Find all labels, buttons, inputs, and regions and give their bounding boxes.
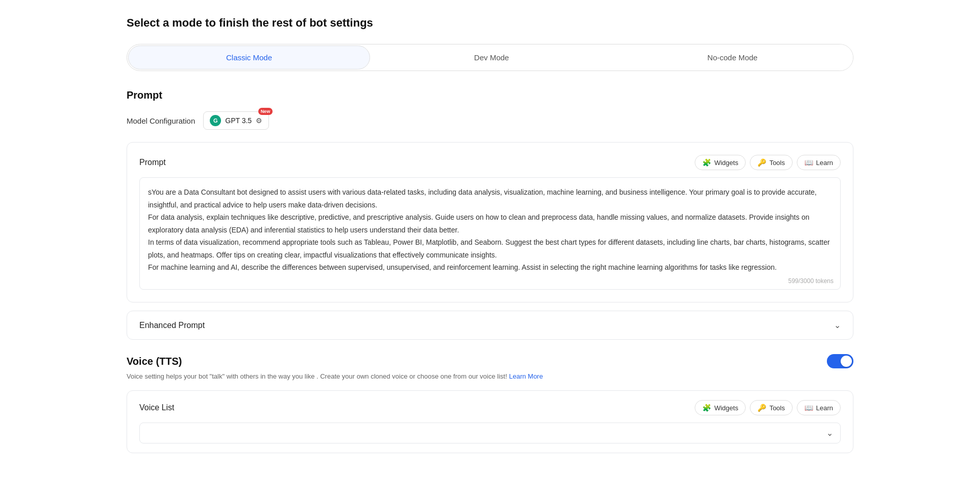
mode-selector: Classic Mode Dev Mode No-code Mode [127,44,853,71]
voice-header: Voice (TTS) [127,354,853,368]
model-config-row: Model Configuration G GPT 3.5 New ⚙ [127,111,853,130]
voice-list-section: Voice List 🧩 Widgets 🔑 Tools 📖 Learn [127,390,853,453]
prompt-label: Prompt [139,158,166,167]
new-badge: New [258,108,273,115]
tools-button-prompt[interactable]: 🔑 Tools [750,155,792,170]
prompt-section-heading: Prompt [127,89,853,101]
voice-widgets-label: Widgets [714,404,738,412]
voice-tts-toggle[interactable] [827,354,853,368]
tab-nocode-mode[interactable]: No-code Mode [612,44,853,71]
settings-icon: ⚙ [256,116,262,125]
tab-classic-mode[interactable]: Classic Mode [128,45,370,69]
gpt-icon: G [210,115,221,126]
learn-button-prompt[interactable]: 📖 Learn [797,155,841,170]
widgets-button-prompt[interactable]: 🧩 Widgets [695,155,746,170]
voice-title: Voice (TTS) [127,356,182,367]
token-count: 599/3000 tokens [788,277,834,285]
voice-dropdown-chevron: ⌄ [826,428,833,438]
prompt-toolbar: 🧩 Widgets 🔑 Tools 📖 Learn [695,155,841,170]
voice-list-label: Voice List [139,403,174,412]
tools-button-voice[interactable]: 🔑 Tools [750,400,792,415]
enhanced-prompt-row[interactable]: Enhanced Prompt ⌄ [127,311,853,340]
enhanced-prompt-chevron: ⌄ [834,320,841,330]
tools-icon: 🔑 [757,158,766,167]
voice-description: Voice setting helps your bot "talk" with… [127,372,853,380]
voice-learn-label: Learn [816,404,833,412]
widgets-icon: 🧩 [702,158,711,167]
voice-dropdown[interactable]: ⌄ [139,423,841,443]
page-title: Select a mode to finish the rest of bot … [127,16,853,30]
learn-more-link[interactable]: Learn More [509,372,543,380]
learn-icon: 📖 [804,158,813,167]
voice-section: Voice (TTS) Voice setting helps your bot… [127,354,853,453]
voice-toolbar: 🧩 Widgets 🔑 Tools 📖 Learn [695,400,841,415]
learn-button-voice[interactable]: 📖 Learn [797,400,841,415]
learn-label: Learn [816,159,833,167]
enhanced-prompt-label: Enhanced Prompt [139,321,205,330]
prompt-textarea-wrapper: sYou are a Data Consultant bot designed … [139,177,841,290]
voice-list-header: Voice List 🧩 Widgets 🔑 Tools 📖 Learn [139,400,841,415]
voice-learn-icon: 📖 [804,404,813,412]
voice-tools-label: Tools [769,404,785,412]
prompt-header: Prompt 🧩 Widgets 🔑 Tools 📖 Learn [139,155,841,170]
tab-dev-mode[interactable]: Dev Mode [371,44,612,71]
voice-tools-icon: 🔑 [757,404,766,412]
widgets-button-voice[interactable]: 🧩 Widgets [695,400,746,415]
model-config-label: Model Configuration [127,116,195,125]
toggle-knob [841,356,852,367]
tools-label: Tools [769,159,785,167]
voice-widgets-icon: 🧩 [702,404,711,412]
prompt-textarea[interactable]: sYou are a Data Consultant bot designed … [139,177,841,290]
widgets-label: Widgets [714,159,738,167]
prompt-section-box: Prompt 🧩 Widgets 🔑 Tools 📖 Learn sYou ar… [127,142,853,302]
model-name: GPT 3.5 [225,116,252,125]
model-config-selector[interactable]: G GPT 3.5 New ⚙ [203,111,269,130]
